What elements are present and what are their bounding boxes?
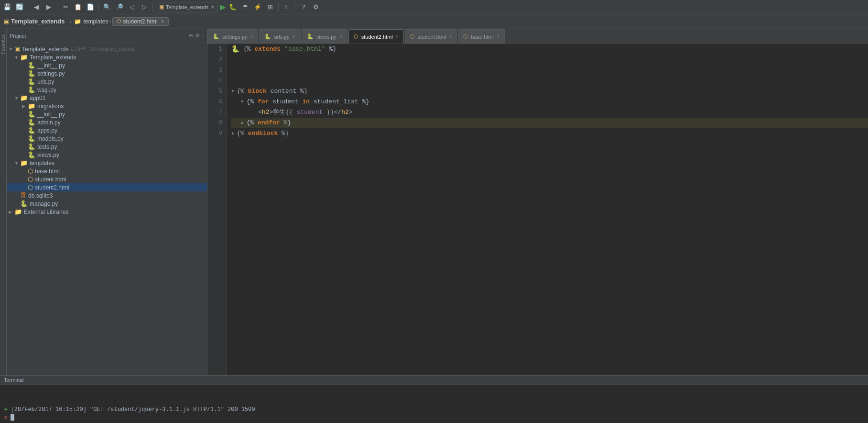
cut-button[interactable]: ✂ — [60, 2, 71, 12]
ln-6: 6 — [211, 97, 222, 107]
tree-label-external-libs: External Libraries — [24, 209, 68, 215]
project-scope-icon[interactable]: ⊕ — [189, 33, 193, 39]
py-icon-init-1: 🐍 — [28, 62, 35, 69]
ln-2: 2 — [211, 55, 222, 65]
html-icon-student: ⬡ — [28, 176, 33, 183]
settings-button[interactable]: ⚙ — [311, 2, 321, 12]
zoom-in-button[interactable]: 🔎 — [114, 2, 125, 12]
tab-views-py[interactable]: 🐍 views.py × — [302, 29, 347, 44]
tree-item-app01[interactable]: ▼ 📁 app01 — [7, 94, 207, 102]
code-editor[interactable]: 1 2 3 4 5 6 7 8 9 🐍 {% extends "base.htm… — [207, 44, 868, 375]
tree-item-init-2[interactable]: 🐍 __init__.py — [7, 110, 207, 118]
ln-1: 1 — [211, 44, 222, 55]
vcs-button[interactable]: ⑂ — [282, 2, 292, 12]
toolbar-sep-6 — [295, 3, 295, 11]
tree-item-templates[interactable]: ▼ 📁 templates — [7, 159, 207, 167]
tab-student2-html[interactable]: ⬡ student2.html × — [348, 29, 404, 44]
tab-icon-student2: ⬡ — [354, 33, 358, 40]
tab-icon-settings: 🐍 — [213, 33, 219, 40]
save-button[interactable]: 💾 — [2, 2, 12, 12]
terminal-log-text: [28/Feb/2017 16:15:20] "GET /student/jqu… — [11, 406, 255, 413]
breadcrumb-file[interactable]: ⬡ student2.html ▼ — [112, 17, 169, 26]
concurrency-button[interactable]: ⊞ — [265, 2, 275, 12]
terminal-area: Terminal + [28/Feb/2017 16:15:20] "GET /… — [0, 375, 868, 423]
tab-close-student2[interactable]: × — [396, 34, 399, 39]
tree-arrow-external: ▶ — [9, 210, 14, 214]
tree-item-student2-html[interactable]: ⬡ student2.html — [7, 183, 207, 191]
sync-button[interactable]: 🔄 — [14, 2, 25, 12]
tree-item-init-1[interactable]: 🐍 __init__.py — [7, 61, 207, 69]
paste-button[interactable]: 📄 — [85, 2, 96, 12]
project-settings-icon[interactable]: ⚙ — [195, 33, 200, 39]
tab-student-html[interactable]: ⬡ student.html × — [405, 29, 457, 44]
coverage-button[interactable]: ☂ — [240, 2, 250, 12]
terminal-input-line[interactable]: ✕ — [4, 413, 864, 421]
folder-external-icon: 📁 — [14, 208, 22, 215]
tab-icon-views: 🐍 — [307, 33, 314, 40]
editor-tabs: 🐍 settings.py × 🐍 urls.py × 🐍 views.py ×… — [207, 29, 868, 44]
favorites-bar: Favorites — [0, 29, 7, 375]
tab-close-views[interactable]: × — [339, 34, 342, 39]
help-button[interactable]: ? — [298, 2, 309, 12]
db-icon: 🗄 — [20, 192, 26, 199]
tab-base-html[interactable]: ⬡ base.html × — [458, 29, 505, 44]
tree-item-models[interactable]: 🐍 models.py — [7, 134, 207, 143]
tree-label-models: models.py — [37, 135, 64, 142]
tab-close-student[interactable]: × — [449, 34, 452, 39]
tab-close-base[interactable]: × — [497, 34, 499, 39]
py-icon-admin: 🐍 — [28, 119, 35, 126]
tree-item-manage[interactable]: 🐍 manage.py — [7, 200, 207, 208]
collapse-btn-6[interactable]: ▼ — [241, 97, 243, 107]
tab-label-views: views.py — [316, 34, 336, 40]
tree-item-db[interactable]: 🗄 db.sqlite3 — [7, 191, 207, 200]
tree-item-student-html[interactable]: ⬡ student.html — [7, 175, 207, 183]
project-tree: ▼ ▣ Template_extends E:\业产三期\Template_ex… — [7, 43, 207, 375]
tree-label-settings: settings.py — [37, 70, 65, 77]
folder-template-extends-icon: 📁 — [20, 54, 28, 61]
tree-item-external-libs[interactable]: ▶ 📁 External Libraries — [7, 208, 207, 216]
tree-item-template-extends[interactable]: ▼ 📁 Template_extends — [7, 53, 207, 61]
tab-urls-py[interactable]: 🐍 urls.py × — [259, 29, 300, 44]
tree-item-migrations[interactable]: ▶ 📁 migrations — [7, 102, 207, 110]
find-forward-button[interactable]: ▷ — [139, 2, 150, 12]
tab-close-urls[interactable]: × — [293, 34, 295, 39]
run-button[interactable]: ▶ — [220, 2, 226, 11]
code-content[interactable]: 🐍 {% extends "base.html" %} ▼ {% block — [227, 44, 868, 375]
terminal-close-icon[interactable]: ✕ — [4, 413, 8, 421]
html-icon-base: ⬡ — [28, 167, 33, 175]
tree-item-root[interactable]: ▼ ▣ Template_extends E:\业产三期\Template_ex… — [7, 45, 207, 53]
py-icon-views: 🐍 — [28, 151, 35, 158]
tree-item-tests[interactable]: 🐍 tests.py — [7, 143, 207, 151]
copy-button[interactable]: 📋 — [73, 2, 83, 12]
line-numbers: 1 2 3 4 5 6 7 8 9 — [207, 44, 227, 375]
run-config-dropdown[interactable]: ▣ Template_extends ▼ — [156, 2, 218, 12]
tab-settings-py[interactable]: 🐍 settings.py × — [207, 29, 258, 44]
code-line-6: ▼ {% for student in student_list %} — [231, 97, 868, 107]
forward-button[interactable]: ▶ — [43, 2, 54, 12]
find-back-button[interactable]: ◁ — [127, 2, 137, 12]
ln-4: 4 — [211, 76, 222, 86]
tree-item-admin[interactable]: 🐍 admin.py — [7, 118, 207, 126]
tree-item-base-html[interactable]: ⬡ base.html — [7, 167, 207, 175]
tree-label-app01: app01 — [30, 95, 45, 101]
tree-arrow-migrations: ▶ — [22, 104, 28, 109]
profile-button[interactable]: ⚡ — [252, 2, 263, 12]
tree-item-settings[interactable]: 🐍 settings.py — [7, 69, 207, 78]
toolbar-sep-1 — [28, 3, 28, 11]
debug-button[interactable]: 🐛 — [228, 2, 238, 12]
tab-close-settings[interactable]: × — [250, 34, 253, 39]
terminal-content[interactable]: + [28/Feb/2017 16:15:20] "GET /student/j… — [0, 385, 868, 423]
tree-label-wsgi: wsgi.py — [37, 87, 56, 93]
tree-item-apps[interactable]: 🐍 apps.py — [7, 126, 207, 134]
tree-label-init-1: __init__.py — [37, 62, 65, 69]
folder-app01-icon: 📁 — [20, 94, 28, 101]
zoom-out-button[interactable]: 🔍 — [102, 2, 112, 12]
project-sort-icon[interactable]: ↕ — [202, 33, 205, 39]
favorites-label[interactable]: Favorites — [0, 33, 7, 56]
tree-item-urls[interactable]: 🐍 urls.py — [7, 78, 207, 86]
tree-item-wsgi[interactable]: 🐍 wsgi.py — [7, 86, 207, 94]
collapse-btn-5[interactable]: ▼ — [231, 86, 234, 97]
terminal-add-icon[interactable]: + — [4, 406, 8, 413]
tree-item-views[interactable]: 🐍 views.py — [7, 151, 207, 159]
back-button[interactable]: ◀ — [31, 2, 42, 12]
